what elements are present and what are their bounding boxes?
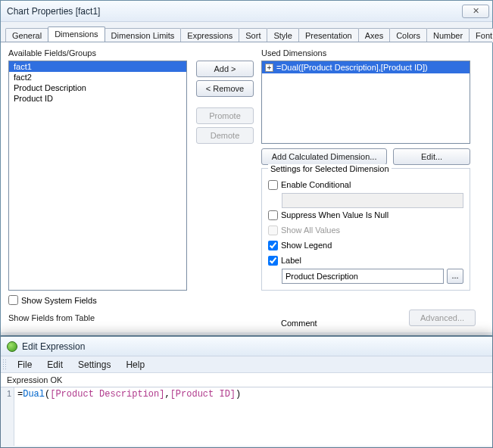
chart-properties-titlebar[interactable]: Chart Properties [fact1] ✕: [1, 1, 492, 22]
conditional-expression-input[interactable]: [282, 193, 463, 208]
suppress-null-checkbox[interactable]: [268, 210, 278, 220]
tab-general[interactable]: General: [5, 28, 48, 42]
tab-font[interactable]: Font: [469, 28, 493, 42]
tabstrip: General Dimensions Dimension Limits Expr…: [1, 22, 492, 42]
edit-expression-title: Edit Expression: [22, 341, 85, 352]
show-fields-from-table-label: Show Fields from Table: [8, 313, 95, 322]
show-system-fields-checkbox[interactable]: [8, 295, 18, 305]
line-gutter: 1: [1, 387, 14, 446]
edit-expression-window: Edit Expression File Edit Settings Help …: [0, 336, 493, 448]
show-system-fields-label: Show System Fields: [21, 296, 97, 305]
label-browse-button[interactable]: ...: [447, 269, 463, 284]
settings-legend: Settings for Selected Dimension: [268, 164, 392, 173]
enable-conditional-label: Enable Conditional: [281, 180, 351, 189]
comment-label: Comment: [281, 319, 317, 328]
line-number: 1: [1, 389, 11, 398]
edit-button[interactable]: Edit...: [393, 148, 470, 165]
chart-properties-title: Chart Properties [fact1]: [7, 6, 100, 17]
menu-edit[interactable]: Edit: [39, 358, 70, 372]
list-item[interactable]: Product ID: [9, 93, 186, 104]
tab-dimensions[interactable]: Dimensions: [48, 26, 105, 42]
used-dimensions-label: Used Dimensions: [261, 48, 326, 58]
list-item[interactable]: Product Description: [9, 82, 186, 93]
advanced-button[interactable]: Advanced...: [409, 310, 476, 326]
promote-button[interactable]: Promote: [196, 107, 254, 124]
add-calculated-dimension-button[interactable]: Add Calculated Dimension...: [261, 148, 387, 165]
available-fields-list[interactable]: fact1 fact2 Product Description Product …: [8, 61, 187, 291]
tab-expressions[interactable]: Expressions: [180, 28, 239, 42]
expression-code[interactable]: =Dual([Product Description],[Product ID]…: [14, 387, 492, 446]
remove-button[interactable]: < Remove: [196, 80, 254, 97]
enable-conditional-checkbox[interactable]: [268, 180, 278, 190]
expression-status: Expression OK: [1, 373, 492, 387]
show-legend-checkbox[interactable]: [268, 241, 278, 250]
label-input[interactable]: [282, 269, 444, 284]
menu-settings[interactable]: Settings: [70, 358, 118, 372]
menu-file[interactable]: File: [10, 358, 39, 372]
expression-editor[interactable]: 1 =Dual([Product Description],[Product I…: [1, 387, 492, 446]
available-fields-label: Available Fields/Groups: [8, 48, 96, 58]
tab-number[interactable]: Number: [426, 28, 470, 42]
transfer-buttons: Add > < Remove Promote Demote: [196, 61, 254, 144]
dimensions-panel: Available Fields/Groups fact1 fact2 Prod…: [1, 42, 492, 332]
used-dim-buttons: Add Calculated Dimension... Edit...: [261, 148, 470, 165]
tab-presentation[interactable]: Presentation: [298, 28, 359, 42]
list-item[interactable]: fact2: [9, 72, 186, 82]
show-legend-label: Show Legend: [281, 241, 332, 250]
show-all-values-label: Show All Values: [281, 226, 340, 235]
expand-icon[interactable]: +: [265, 64, 273, 72]
menubar: File Edit Settings Help: [1, 356, 492, 373]
label-checkbox-label: Label: [281, 256, 301, 265]
tab-sort[interactable]: Sort: [239, 28, 267, 42]
show-system-fields-row: Show System Fields: [8, 295, 97, 305]
tab-style[interactable]: Style: [267, 28, 298, 42]
list-item[interactable]: + =Dual([Product Description],[Product I…: [262, 61, 470, 73]
show-all-values-checkbox[interactable]: [268, 226, 278, 235]
edit-expression-titlebar[interactable]: Edit Expression: [1, 337, 492, 356]
tab-colors[interactable]: Colors: [389, 28, 427, 42]
close-icon[interactable]: ✕: [462, 5, 489, 18]
menu-help[interactable]: Help: [118, 358, 152, 372]
suppress-null-label: Suppress When Value Is Null: [281, 210, 388, 219]
used-dimensions-list[interactable]: + =Dual([Product Description],[Product I…: [261, 61, 470, 144]
used-dimension-text: =Dual([Product Description],[Product ID]…: [276, 63, 428, 72]
tab-axes[interactable]: Axes: [358, 28, 390, 42]
chart-properties-window: Chart Properties [fact1] ✕ General Dimen…: [0, 0, 493, 336]
add-button[interactable]: Add >: [196, 61, 254, 77]
label-checkbox[interactable]: [268, 256, 278, 266]
settings-selected-dimension-group: Settings for Selected Dimension Enable C…: [261, 168, 470, 291]
demote-button[interactable]: Demote: [196, 127, 254, 144]
app-icon: [7, 341, 17, 352]
grip-icon: [2, 359, 7, 371]
tab-dimension-limits[interactable]: Dimension Limits: [105, 28, 182, 42]
list-item[interactable]: fact1: [9, 61, 186, 72]
